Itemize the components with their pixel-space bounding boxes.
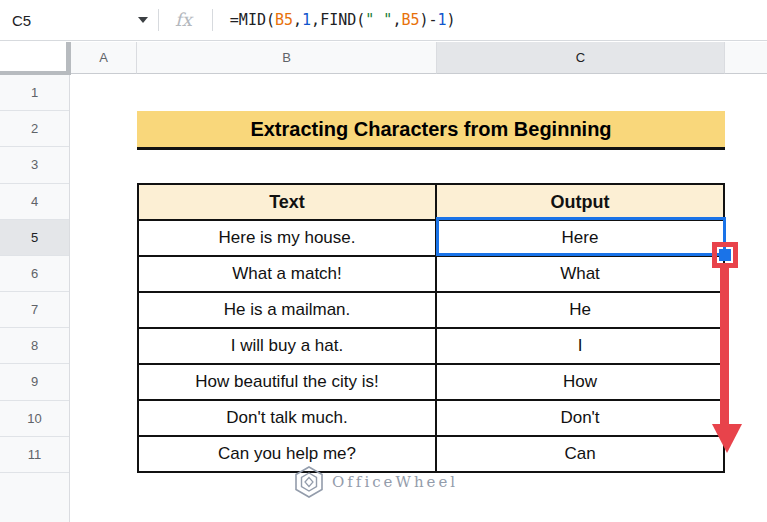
column-header-bar: A B C — [0, 42, 767, 75]
formula-token: , — [293, 11, 302, 29]
formula-token: ,FIND( — [311, 11, 365, 29]
formula-input[interactable]: =MID(B5,1,FIND(" ",B5)-1) — [230, 11, 456, 29]
chevron-down-icon[interactable] — [138, 17, 148, 23]
cell-c11[interactable]: Can — [437, 437, 723, 471]
row-header-11[interactable]: 11 — [0, 437, 69, 473]
name-box-value: C5 — [12, 12, 31, 29]
name-box[interactable]: C5 — [0, 0, 158, 40]
row-header-4[interactable]: 4 — [0, 184, 69, 220]
cell-b6[interactable]: What a match! — [139, 257, 437, 291]
row-header-7[interactable]: 7 — [0, 292, 69, 328]
row-header-2[interactable]: 2 — [0, 111, 69, 147]
table-row: He is a mailman. He — [139, 291, 723, 327]
cell-b9[interactable]: How beautiful the city is! — [139, 365, 437, 399]
row-header-1[interactable]: 1 — [0, 75, 69, 111]
cell-b8[interactable]: I will buy a hat. — [139, 329, 437, 363]
row-header-6[interactable]: 6 — [0, 256, 69, 292]
formula-token: 1 — [438, 11, 447, 29]
cell-b10[interactable]: Don't talk much. — [139, 401, 437, 435]
table-row: Don't talk much. Don't — [139, 399, 723, 435]
formula-token: " " — [365, 11, 392, 29]
formula-token: )- — [419, 11, 437, 29]
formula-token: 1 — [302, 11, 311, 29]
formula-token: =MID( — [230, 11, 275, 29]
column-header-d[interactable] — [725, 42, 767, 74]
row-header-3[interactable]: 3 — [0, 147, 69, 183]
select-all-corner[interactable] — [0, 42, 71, 75]
formula-token: B5 — [275, 11, 293, 29]
watermark: OfficeWheel — [293, 464, 458, 500]
officewheel-logo-icon — [293, 465, 325, 499]
active-cell-selection — [436, 217, 726, 256]
row-header-9[interactable]: 9 — [0, 364, 69, 400]
cell-c10[interactable]: Don't — [437, 401, 723, 435]
cell-b7[interactable]: He is a mailman. — [139, 293, 437, 327]
cell-b5[interactable]: Here is my house. — [139, 221, 437, 255]
drag-annotation-box — [712, 242, 738, 268]
table-header-text[interactable]: Text — [139, 185, 437, 219]
column-header-a[interactable]: A — [71, 42, 137, 74]
table-row: What a match! What — [139, 255, 723, 291]
formula-bar: C5 fx =MID(B5,1,FIND(" ",B5)-1) — [0, 0, 767, 41]
row-header-10[interactable]: 10 — [0, 401, 69, 437]
divider — [212, 9, 213, 31]
arrow-down-icon — [712, 424, 742, 453]
watermark-text: OfficeWheel — [332, 473, 458, 491]
cell-c7[interactable]: He — [437, 293, 723, 327]
row-header-bar: 1 2 3 4 5 6 7 8 9 10 11 — [0, 75, 70, 522]
table-row: How beautiful the city is! How — [139, 363, 723, 399]
title-banner-cell[interactable]: Extracting Characters from Beginning — [137, 111, 725, 150]
table-header-output[interactable]: Output — [437, 185, 723, 219]
fx-icon: fx — [159, 9, 212, 32]
row-header-5[interactable]: 5 — [0, 220, 69, 256]
table-row: I will buy a hat. I — [139, 327, 723, 363]
cell-c6[interactable]: What — [437, 257, 723, 291]
table-header-row: Text Output — [139, 185, 723, 219]
cell-c9[interactable]: How — [437, 365, 723, 399]
formula-token: B5 — [401, 11, 419, 29]
column-header-b[interactable]: B — [137, 42, 437, 74]
spreadsheet-app: C5 fx =MID(B5,1,FIND(" ",B5)-1) A B C 1 … — [0, 0, 767, 522]
formula-token: ) — [447, 11, 456, 29]
column-header-c[interactable]: C — [437, 42, 725, 74]
drag-annotation-line — [720, 266, 729, 425]
row-header-8[interactable]: 8 — [0, 328, 69, 364]
cell-c8[interactable]: I — [437, 329, 723, 363]
